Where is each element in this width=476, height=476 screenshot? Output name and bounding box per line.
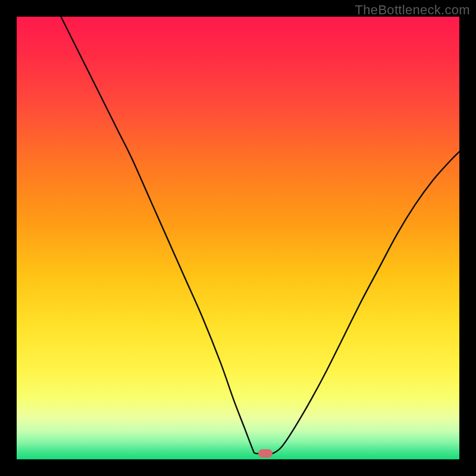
- plot-area: [17, 17, 459, 459]
- optimal-marker: [258, 449, 273, 458]
- curve-path: [61, 17, 459, 454]
- watermark-text: TheBottleneck.com: [355, 2, 470, 18]
- chart-frame: TheBottleneck.com: [0, 0, 476, 476]
- bottleneck-curve: [17, 17, 459, 459]
